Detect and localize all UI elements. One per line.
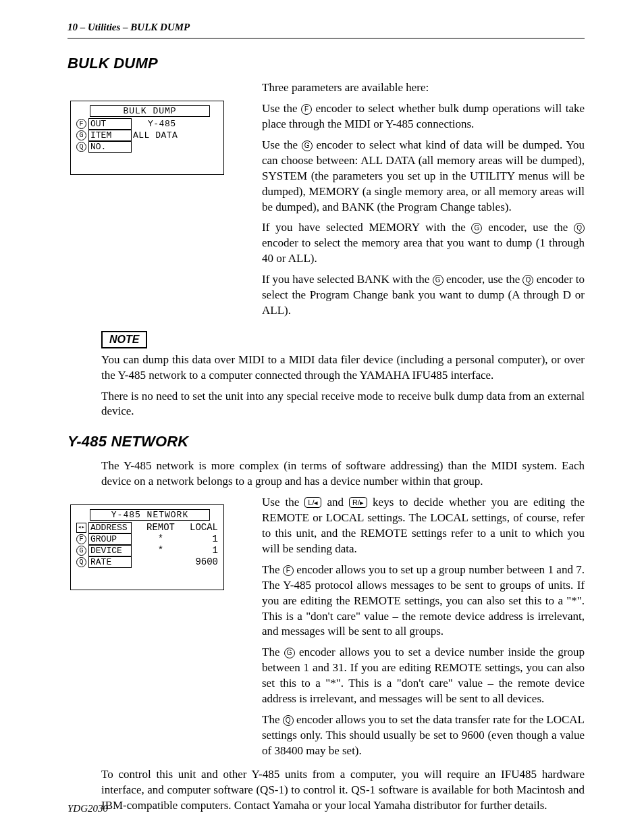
section-title-bulk-dump: BULK DUMP [68, 53, 585, 74]
para: To control this unit and other Y-485 uni… [101, 767, 585, 814]
lcd-y485: Y-485 NETWORK ◂▸ ADDRESS REMOT LOCAL F G… [70, 504, 224, 590]
lcd-label-item: ITEM [88, 130, 132, 141]
val-remote [133, 557, 188, 567]
y485-intro: The Y-485 network is more complex (in te… [101, 459, 585, 490]
para: If you have selected MEMORY with the G e… [262, 220, 585, 267]
encoder-f-icon: F [301, 104, 312, 115]
val-local: 9600 [188, 557, 218, 567]
y485-left: Y-485 NETWORK ◂▸ ADDRESS REMOT LOCAL F G… [68, 495, 262, 764]
para: Three parameters are available here: [262, 80, 585, 96]
encoder-q-icon: Q [76, 142, 86, 152]
encoder-g-icon: G [471, 223, 482, 234]
encoder-g-icon: G [76, 130, 86, 140]
encoder-q-icon: Q [522, 275, 533, 286]
lcd-row-no: Q NO. [76, 141, 218, 153]
note-body: You can dump this data over MIDI to a MI… [101, 353, 585, 420]
encoder-g-icon: G [433, 275, 444, 286]
lcd-row-rate: Q RATE 9600 [76, 556, 218, 568]
bulk-dump-row: BULK DUMP F OUT Y-485 G ITEM ALL DATA Q … [68, 80, 585, 324]
lcd-col-headers: REMOT LOCAL [133, 523, 218, 533]
running-header: 10 – Utilities – BULK DUMP [68, 20, 585, 34]
encoder-f-icon: F [283, 565, 294, 576]
para: The Q encoder allows you to set the data… [262, 712, 585, 759]
encoder-g-icon: G [284, 648, 295, 658]
lcd-value-item: ALL DATA [133, 130, 178, 140]
para: Use the G encoder to select what kind of… [262, 138, 585, 215]
note-box: NOTE [101, 331, 147, 348]
left-right-icon: ◂▸ [76, 523, 86, 533]
para: There is no need to set the unit into an… [101, 389, 585, 420]
para: The F encoder allows you to set up a gro… [262, 563, 585, 640]
lcd-title: Y-485 NETWORK [90, 509, 210, 521]
lcd-row-header: ◂▸ ADDRESS REMOT LOCAL [76, 522, 218, 533]
lcd-value-out: Y-485 [148, 119, 176, 129]
para: The Y-485 network is more complex (in te… [101, 459, 585, 490]
lcd-label-no: NO. [88, 141, 132, 153]
encoder-g-icon: G [76, 546, 86, 556]
para: You can dump this data over MIDI to a MI… [101, 353, 585, 384]
col-local: LOCAL [188, 523, 218, 533]
lcd-row-out: F OUT Y-485 [76, 118, 218, 130]
val-remote: * [133, 534, 188, 544]
key-right: R/▸ [349, 497, 367, 508]
lcd-bulk-dump: BULK DUMP F OUT Y-485 G ITEM ALL DATA Q … [70, 101, 224, 175]
val-remote: * [133, 546, 188, 556]
lcd-label-out: OUT [88, 118, 132, 130]
y485-row: Y-485 NETWORK ◂▸ ADDRESS REMOT LOCAL F G… [68, 495, 585, 764]
encoder-f-icon: F [76, 119, 86, 129]
y485-text: Use the L/◂ and R/▸ keys to decide wheth… [262, 495, 585, 764]
para: Use the F encoder to select whether bulk… [262, 101, 585, 132]
lcd-label-group: GROUP [88, 533, 132, 545]
footer-model: YDG2030 [68, 802, 108, 815]
lcd-row-item: G ITEM ALL DATA [76, 130, 218, 141]
para: Use the L/◂ and R/▸ keys to decide wheth… [262, 495, 585, 557]
y485-outro: To control this unit and other Y-485 uni… [101, 767, 585, 814]
bulk-dump-text: Three parameters are available here: Use… [262, 80, 585, 324]
lcd-title: BULK DUMP [90, 105, 210, 117]
val-local: 1 [188, 546, 218, 556]
col-remote: REMOT [133, 523, 188, 533]
lcd-label-device: DEVICE [88, 545, 132, 556]
para: The G encoder allows you to set a device… [262, 645, 585, 707]
lcd-row-group: F GROUP *1 [76, 533, 218, 545]
lcd-label-address: ADDRESS [88, 522, 132, 533]
encoder-q-icon: Q [283, 715, 294, 726]
header-rule [68, 38, 585, 38]
page: 10 – Utilities – BULK DUMP BULK DUMP BUL… [0, 0, 644, 834]
val-local: 1 [188, 534, 218, 544]
section-title-y485: Y-485 NETWORK [68, 432, 585, 452]
lcd-row-device: G DEVICE *1 [76, 545, 218, 556]
encoder-g-icon: G [302, 140, 313, 151]
encoder-q-icon: Q [76, 557, 86, 567]
lcd-label-rate: RATE [88, 556, 132, 568]
key-left: L/◂ [304, 497, 321, 508]
encoder-q-icon: Q [574, 223, 585, 234]
encoder-f-icon: F [76, 534, 86, 544]
para: If you have selected BANK with the G enc… [262, 272, 585, 319]
bulk-dump-left: BULK DUMP F OUT Y-485 G ITEM ALL DATA Q … [68, 80, 262, 324]
